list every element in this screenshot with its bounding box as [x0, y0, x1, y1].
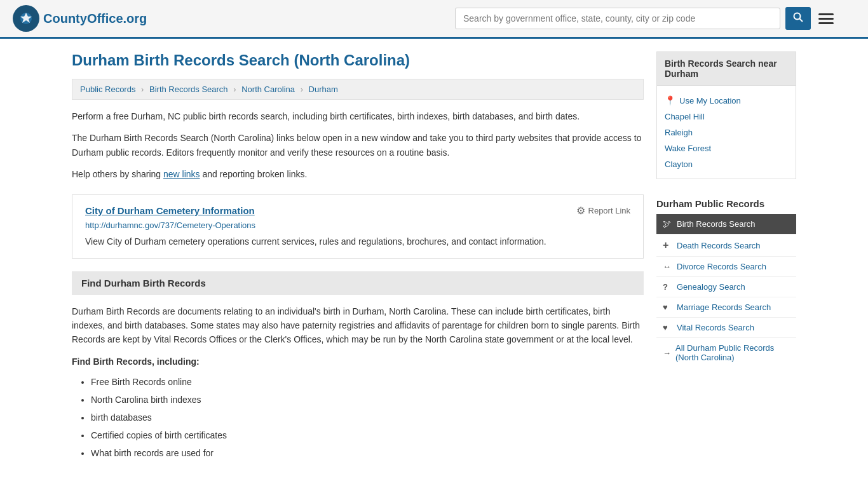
wake-forest-label: Wake Forest	[665, 144, 711, 153]
main-container: Durham Birth Records Search (North Carol…	[59, 39, 809, 475]
report-link-button[interactable]: ⚙ Report Link	[576, 205, 630, 217]
breadcrumb-sep-2: ›	[233, 85, 236, 94]
link-card-title[interactable]: City of Durham Cemetery Information	[85, 205, 255, 216]
list-item: What birth records are used for	[91, 444, 644, 462]
header: CountyOffice.org	[0, 0, 868, 39]
search-button[interactable]	[785, 7, 811, 30]
clayton-label: Clayton	[665, 159, 693, 169]
nearby-clayton[interactable]: Clayton	[665, 156, 788, 172]
logo-area: CountyOffice.org	[13, 5, 147, 32]
breadcrumb-north-carolina[interactable]: North Carolina	[241, 85, 295, 94]
sidebar-birth-records-search[interactable]: 🕊 Birth Records Search	[656, 214, 796, 234]
breadcrumb-birth-records-search[interactable]: Birth Records Search	[149, 85, 228, 94]
sidebar-records-header: Durham Public Records	[656, 192, 796, 214]
logo-text: CountyOffice.org	[43, 11, 147, 26]
list-item: Certified copies of birth certificates	[91, 426, 644, 444]
breadcrumb-public-records[interactable]: Public Records	[80, 85, 135, 94]
sidebar-nearby-content: 📍 Use My Location Chapel Hill Raleigh Wa…	[656, 86, 796, 179]
genealogy-label: Genealogy Search	[677, 282, 745, 292]
vital-records-icon: ♥	[663, 323, 672, 332]
logo-icon	[13, 5, 39, 32]
sidebar-divorce-records-search[interactable]: ↔ Divorce Records Search	[656, 257, 796, 277]
genealogy-icon: ?	[663, 282, 672, 292]
location-pin-icon: 📍	[665, 95, 675, 105]
birth-records-label: Birth Records Search	[677, 219, 756, 229]
desc-3: Help others by sharing new links and rep…	[72, 167, 644, 181]
svg-line-4	[800, 19, 803, 22]
divorce-records-icon: ↔	[663, 262, 672, 271]
find-section-header: Find Durham Birth Records	[72, 271, 644, 295]
use-my-location-label: Use My Location	[679, 96, 741, 105]
marriage-records-icon: ♥	[663, 302, 672, 312]
chapel-hill-label: Chapel Hill	[665, 112, 705, 121]
nearby-raleigh[interactable]: Raleigh	[665, 125, 788, 140]
desc-3-pre: Help others by sharing	[72, 169, 163, 179]
sidebar-all-records-link[interactable]: → All Durham Public Records (North Carol…	[656, 338, 796, 367]
search-input[interactable]	[455, 8, 780, 29]
nearby-chapel-hill[interactable]: Chapel Hill	[665, 109, 788, 125]
desc-2: The Durham Birth Records Search (North C…	[72, 131, 644, 159]
find-section: Find Durham Birth Records Durham Birth R…	[72, 271, 644, 462]
desc-1: Perform a free Durham, NC public birth r…	[72, 109, 644, 123]
logo-suffix: .org	[123, 11, 147, 25]
sidebar-nearby: Birth Records Search near Durham 📍 Use M…	[656, 51, 796, 179]
breadcrumb-sep-1: ›	[141, 85, 144, 94]
sidebar-genealogy-search[interactable]: ? Genealogy Search	[656, 277, 796, 297]
breadcrumb: Public Records › Birth Records Search › …	[72, 79, 644, 100]
nearby-wake-forest[interactable]: Wake Forest	[665, 140, 788, 156]
sidebar-public-records: Durham Public Records 🕊 Birth Records Se…	[656, 192, 796, 367]
list-item: birth databases	[91, 409, 644, 426]
all-records-label: All Durham Public Records (North Carolin…	[675, 343, 790, 362]
breadcrumb-durham[interactable]: Durham	[309, 85, 338, 94]
logo-name: CountyOffice	[43, 11, 123, 25]
death-records-label: Death Records Search	[677, 241, 761, 250]
report-link-label: Report Link	[588, 206, 630, 215]
sidebar-death-records-search[interactable]: + Death Records Search	[656, 234, 796, 257]
all-records-icon: →	[663, 348, 672, 358]
svg-point-3	[794, 13, 801, 20]
sidebar: Birth Records Search near Durham 📍 Use M…	[656, 51, 796, 462]
new-links-link[interactable]: new links	[163, 169, 200, 179]
birth-records-icon: 🕊	[663, 219, 672, 229]
menu-button[interactable]	[816, 11, 836, 27]
bullet-list: Free Birth Records online North Carolina…	[72, 373, 644, 462]
use-my-location[interactable]: 📍 Use My Location	[665, 92, 788, 109]
vital-records-label: Vital Records Search	[677, 323, 754, 332]
link-card: City of Durham Cemetery Information ⚙ Re…	[72, 194, 644, 259]
marriage-records-label: Marriage Records Search	[677, 302, 771, 312]
link-card-url[interactable]: http://durhamnc.gov/737/Cemetery-Operati…	[85, 220, 630, 230]
search-area	[455, 7, 836, 30]
sidebar-vital-records-search[interactable]: ♥ Vital Records Search	[656, 318, 796, 338]
report-icon: ⚙	[576, 205, 585, 217]
sidebar-nearby-header: Birth Records Search near Durham	[656, 51, 796, 86]
link-card-header: City of Durham Cemetery Information ⚙ Re…	[85, 205, 630, 217]
death-records-icon: +	[663, 240, 672, 251]
divorce-records-label: Divorce Records Search	[677, 262, 766, 271]
raleigh-label: Raleigh	[665, 128, 693, 137]
find-birth-records-subheading: Find Birth Records, including:	[72, 356, 644, 367]
find-section-text: Durham Birth Records are documents relat…	[72, 304, 644, 347]
link-card-description: View City of Durham cemetery operations …	[85, 235, 630, 248]
desc-3-post: and reporting broken links.	[200, 169, 308, 179]
list-item: North Carolina birth indexes	[91, 391, 644, 409]
content-area: Durham Birth Records Search (North Carol…	[72, 51, 644, 462]
sidebar-marriage-records-search[interactable]: ♥ Marriage Records Search	[656, 297, 796, 318]
list-item: Free Birth Records online	[91, 373, 644, 391]
page-title: Durham Birth Records Search (North Carol…	[72, 51, 644, 69]
breadcrumb-sep-3: ›	[301, 85, 303, 94]
